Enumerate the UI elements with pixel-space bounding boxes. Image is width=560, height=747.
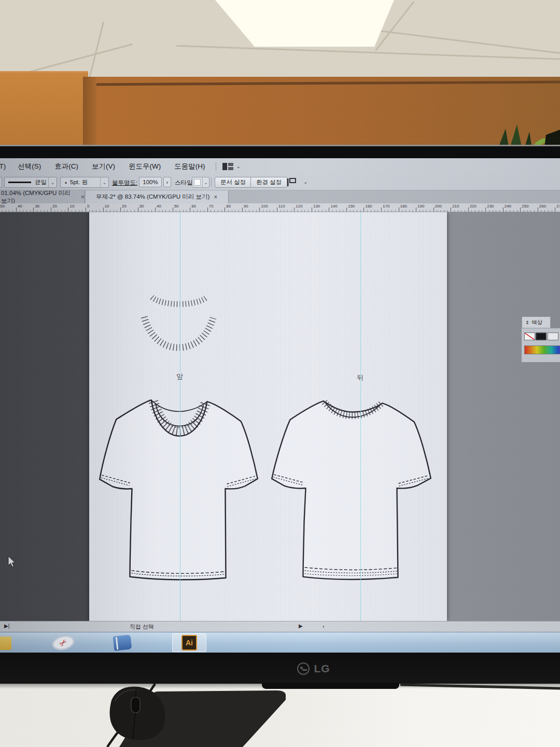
opacity-input[interactable]: 100% xyxy=(139,177,162,187)
folder-icon[interactable] xyxy=(0,637,11,650)
scroll-left-icon[interactable]: ▶| xyxy=(4,623,9,629)
control-separator xyxy=(211,178,212,187)
chevron-down-icon[interactable]: ⌄ xyxy=(303,179,307,185)
close-icon[interactable]: × xyxy=(81,193,85,201)
tab-label: 무제-2* @ 83.74% (CMYK/GPU 미리 보기) xyxy=(96,193,209,201)
chevron-down-icon[interactable]: ⌄ xyxy=(202,177,209,187)
menu-item-effect[interactable]: 효과(C) xyxy=(48,162,85,171)
pasteboard-right xyxy=(447,212,560,621)
current-tool-label: 직접 선택 xyxy=(130,623,154,631)
vertical-guide-back[interactable] xyxy=(360,212,361,621)
menu-item-type-clipped[interactable]: (T) xyxy=(0,162,11,170)
control-bar: 균일 ⌄ • 5pt. 원 ⌄ 불투명도: 100% › 스타일: ⌄ 문서 설… xyxy=(0,174,560,190)
document-setup-button[interactable]: 문서 설정 xyxy=(215,177,251,188)
document-tab-active[interactable]: 무제-2* @ 83.74% (CMYK/GPU 미리 보기) × xyxy=(86,190,229,203)
mouse-cursor-icon xyxy=(7,556,16,568)
lg-symbol-icon xyxy=(297,662,310,675)
brush-dot-icon: • xyxy=(65,179,67,186)
windows-taskbar: ✂ Ai xyxy=(0,632,560,653)
lg-logo-text: LG xyxy=(314,662,330,675)
color-panel-body xyxy=(522,328,560,362)
opacity-label[interactable]: 불투명도: xyxy=(112,177,137,188)
preferences-button[interactable]: 환경 설정 xyxy=(250,177,287,188)
color-panel: ⇕ 색상 xyxy=(522,316,560,362)
desk-objects xyxy=(0,684,560,747)
chevron-down-icon[interactable]: ⌄ xyxy=(100,177,108,187)
menu-item-help[interactable]: 도움말(H) xyxy=(167,162,212,171)
none-color-swatch[interactable] xyxy=(524,333,535,340)
illustrator-window: (T) 선택(S) 효과(C) 보기(V) 윈도우(W) 도움말(H) ⌄ 균일… xyxy=(0,158,560,653)
snipping-tool-icon[interactable]: ✂ xyxy=(50,635,77,651)
vertical-guide-front[interactable] xyxy=(180,212,180,621)
close-icon[interactable]: × xyxy=(214,193,217,201)
white-color-swatch[interactable] xyxy=(548,333,558,340)
canvas[interactable]: 앞 뒤 xyxy=(0,212,560,621)
scissors-icon: ✂ xyxy=(57,636,70,649)
photo-of-monitor: (T) 선택(S) 효과(C) 보기(V) 윈도우(W) 도움말(H) ⌄ 균일… xyxy=(0,0,560,747)
color-panel-header[interactable]: ⇕ 색상 xyxy=(522,316,551,328)
nav-left-icon[interactable]: ‹ xyxy=(323,623,325,629)
mouse-scroll-wheel[interactable] xyxy=(131,697,140,713)
stroke-profile-value: 균일 xyxy=(35,178,48,186)
tshirt-back-drawing xyxy=(270,392,433,585)
opacity-expand-button[interactable]: › xyxy=(163,177,171,187)
black-color-swatch[interactable] xyxy=(536,333,547,340)
tshirt-front-drawing xyxy=(97,391,259,585)
style-swatch xyxy=(194,179,201,186)
illustrator-icon[interactable]: Ai xyxy=(180,635,198,651)
status-bar: ▶| 직접 선택 ▶ ‹ xyxy=(0,621,560,632)
collar-detail-sketch xyxy=(140,291,218,356)
text-align-icon[interactable] xyxy=(286,178,298,187)
chevron-down-icon[interactable]: ⌄ xyxy=(236,163,240,169)
ceiling-light xyxy=(215,0,394,47)
document-tab[interactable]: 01.04% (CMYK/GPU 미리 보기) × xyxy=(0,190,85,203)
monitor-bottom-bezel xyxy=(0,653,560,685)
artboard[interactable]: 앞 뒤 xyxy=(89,212,447,621)
color-panel-title: 색상 xyxy=(531,319,543,326)
color-spectrum-bar[interactable] xyxy=(524,345,560,354)
menu-bar: (T) 선택(S) 효과(C) 보기(V) 윈도우(W) 도움말(H) ⌄ xyxy=(0,158,560,174)
monitor-top-bezel xyxy=(0,145,560,158)
ceiling-grid-line xyxy=(176,45,560,61)
ruler[interactable]: 5040302010010203040506070809010011012013… xyxy=(0,203,560,212)
menu-item-select[interactable]: 선택(S) xyxy=(11,162,48,171)
notebook-app-icon[interactable] xyxy=(109,635,136,651)
menu-item-view[interactable]: 보기(V) xyxy=(85,162,122,171)
stroke-profile-dropdown[interactable]: 균일 ⌄ xyxy=(4,177,57,188)
lg-logo: LG xyxy=(283,660,345,677)
document-tab-bar: 01.04% (CMYK/GPU 미리 보기) × 무제-2* @ 83.74%… xyxy=(0,190,560,203)
chevron-down-icon[interactable]: ⌄ xyxy=(48,177,57,187)
tab-label: 01.04% (CMYK/GPU 미리 보기) xyxy=(1,189,77,205)
workspace-switcher-icon[interactable] xyxy=(222,163,233,170)
stroke-line-icon xyxy=(8,182,31,183)
menu-item-window[interactable]: 윈도우(W) xyxy=(122,162,167,171)
collapse-icon[interactable]: ⇕ xyxy=(525,320,529,325)
brush-value: 5pt. 원 xyxy=(70,178,100,186)
style-dropdown[interactable]: ⌄ xyxy=(192,177,209,188)
nav-right-icon[interactable]: ▶ xyxy=(299,623,303,629)
menu-separator xyxy=(216,162,216,171)
clipped-control xyxy=(0,177,2,188)
brush-dropdown[interactable]: • 5pt. 원 ⌄ xyxy=(60,177,109,188)
